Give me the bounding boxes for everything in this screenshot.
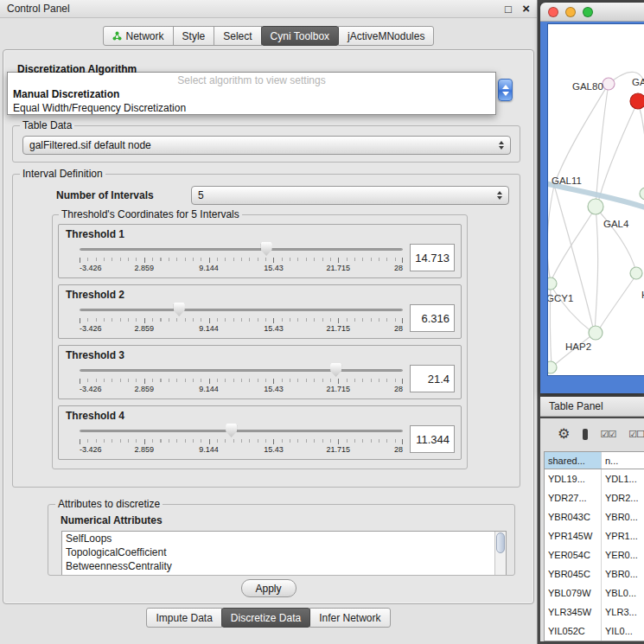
close-traffic-light-icon[interactable] <box>548 7 558 17</box>
table-row[interactable]: YDL19...YDL1... <box>545 469 644 488</box>
columns-icon[interactable] <box>583 429 587 440</box>
network-node[interactable] <box>630 267 642 279</box>
tick-label: 21.715 <box>326 264 350 272</box>
tick-label: 15.43 <box>264 385 284 393</box>
cell-shared-name: YIL052C <box>545 622 602 641</box>
attribute-list-item[interactable]: BetweennessCentrality <box>62 559 506 573</box>
node-label: GAL80 <box>572 81 603 92</box>
node-table: shared... n... YDL19...YDL1...YDR27...YD… <box>544 451 644 641</box>
slider-major-ticks <box>80 439 403 444</box>
column-header-name[interactable]: n... <box>602 452 644 469</box>
table-row[interactable]: YBL079WYBL0... <box>545 583 644 603</box>
tick-label: 28 <box>394 264 403 272</box>
table-row[interactable]: YBR043CYBR0... <box>545 507 644 526</box>
threshold-value-field[interactable]: 21.4 <box>410 365 455 392</box>
table-toolbar: ⚙ ☑☑ ☑☐ <box>540 418 644 450</box>
numerical-attributes-list[interactable]: SelfLoopsTopologicalCoefficientBetweenne… <box>61 531 507 576</box>
slider-thumb[interactable] <box>226 424 237 437</box>
tab-infer-network[interactable]: Infer Network <box>309 608 390 628</box>
minimize-traffic-light-icon[interactable] <box>565 7 576 17</box>
algorithm-combo-stepper[interactable] <box>498 79 513 101</box>
slider-thumb[interactable] <box>330 363 341 377</box>
threshold-slider[interactable]: -3.4262.8599.14415.4321.71528 <box>78 362 405 394</box>
select-all-checkboxes-icon[interactable]: ☑☑ <box>601 429 616 440</box>
attribute-list-item[interactable]: TopologicalCoefficient <box>62 545 506 559</box>
threshold-box: Threshold 1-3.4262.8599.14415.4321.71528… <box>58 224 462 278</box>
network-window-frame: GAL80GAGAL11GAL4GCY1HHAP2 <box>540 22 644 393</box>
network-edge[interactable] <box>638 101 644 180</box>
table-row[interactable]: YLR345WYLR3... <box>545 603 644 622</box>
network-node[interactable] <box>603 78 615 90</box>
network-edge[interactable] <box>551 207 596 282</box>
close-icon[interactable]: × <box>522 1 530 16</box>
network-edge[interactable] <box>548 185 554 282</box>
threshold-value-field[interactable]: 14.713 <box>410 244 455 271</box>
float-window-icon[interactable]: □ <box>505 3 512 16</box>
zoom-traffic-light-icon[interactable] <box>583 7 593 17</box>
network-edge[interactable] <box>596 207 636 271</box>
tab-label: Network <box>126 30 164 42</box>
tick-label: -3.426 <box>80 445 102 454</box>
slider-track[interactable] <box>80 248 403 251</box>
network-window-titlebar <box>540 3 644 22</box>
clear-checkboxes-icon[interactable]: ☑☐ <box>628 429 644 440</box>
network-node[interactable] <box>588 199 603 214</box>
apply-button[interactable]: Apply <box>241 579 296 597</box>
tab-discretize-data[interactable]: Discretize Data <box>221 608 310 628</box>
cell-shared-name: YBR043C <box>545 507 602 526</box>
slider-thumb[interactable] <box>174 303 185 316</box>
network-node[interactable] <box>640 188 644 200</box>
network-node[interactable] <box>548 277 557 290</box>
tick-label: 15.43 <box>264 445 284 454</box>
table-row[interactable]: YPR145WYPR1... <box>545 526 644 545</box>
tab-style[interactable]: Style <box>173 26 215 46</box>
table-panel: ⚙ ☑☑ ☑☐ shared... n... YDL19...YDL1...YD… <box>540 418 644 641</box>
table-row[interactable]: YER054CYER0... <box>545 545 644 564</box>
tab-select[interactable]: Select <box>214 26 261 46</box>
dropdown-option-equal-width-frequency[interactable]: Equal Width/Frequency Discretization <box>8 101 495 115</box>
scrollbar-thumb[interactable] <box>496 532 505 553</box>
network-edge[interactable] <box>595 207 598 331</box>
dropdown-placeholder: Select algorithm to view settings <box>8 74 495 87</box>
tick-label: 21.715 <box>326 324 350 333</box>
network-edge[interactable] <box>597 275 636 332</box>
combo-arrows-icon <box>499 141 504 150</box>
slider-track[interactable] <box>80 309 403 311</box>
algorithm-dropdown-popup: Select algorithm to view settings Manual… <box>7 72 496 115</box>
threshold-label: Threshold 3 <box>66 349 456 361</box>
slider-thumb[interactable] <box>261 242 272 256</box>
table-row[interactable]: YBR045CYBR0... <box>545 564 644 583</box>
slider-scale: -3.4262.8599.14415.4321.71528 <box>80 385 403 393</box>
slider-scale: -3.4262.8599.14415.4321.71528 <box>80 445 403 454</box>
threshold-value-field[interactable]: 11.344 <box>410 425 455 453</box>
threshold-slider[interactable]: -3.4262.8599.14415.4321.71528 <box>78 423 405 455</box>
cell-shared-name: YBL079W <box>545 583 602 603</box>
number-of-intervals-combo[interactable]: 5 <box>191 186 509 205</box>
slider-track[interactable] <box>80 430 403 432</box>
gear-icon[interactable]: ⚙ <box>558 427 570 441</box>
threshold-slider[interactable]: -3.4262.8599.14415.4321.71528 <box>78 302 405 334</box>
network-node[interactable] <box>548 361 557 373</box>
tab-impute-data[interactable]: Impute Data <box>146 608 221 628</box>
column-header-shared-name[interactable]: shared... <box>545 452 602 469</box>
network-edge[interactable] <box>597 101 638 206</box>
tick-label: 21.715 <box>326 445 350 454</box>
dropdown-option-manual-discretization[interactable]: Manual Discretization <box>8 87 495 101</box>
threshold-value-field[interactable]: 6.316 <box>410 304 455 332</box>
table-row[interactable]: YIL052CYIL0... <box>545 622 644 641</box>
list-scrollbar[interactable] <box>494 532 506 575</box>
tab-jactivemnodules[interactable]: jActiveMNodules <box>338 26 434 46</box>
tick-label: 2.859 <box>135 324 155 333</box>
tab-network[interactable]: Network <box>103 26 174 46</box>
network-edge[interactable] <box>554 84 609 185</box>
table-data-combo[interactable]: galFiltered.sif default node <box>22 136 511 155</box>
network-canvas[interactable]: GAL80GAGAL11GAL4GCY1HHAP2 <box>547 23 644 376</box>
table-row[interactable]: YDR27...YDR2... <box>545 488 644 507</box>
control-panel-titlebar: Control Panel □ × <box>0 0 537 18</box>
tab-cyni-toolbox[interactable]: Cyni Toolbox <box>261 26 339 46</box>
slider-track[interactable] <box>80 369 403 372</box>
threshold-slider[interactable]: -3.4262.8599.14415.4321.71528 <box>78 241 405 273</box>
attribute-list-item[interactable]: SelfLoops <box>62 532 506 545</box>
network-node[interactable] <box>630 93 644 109</box>
network-node[interactable] <box>589 326 603 340</box>
